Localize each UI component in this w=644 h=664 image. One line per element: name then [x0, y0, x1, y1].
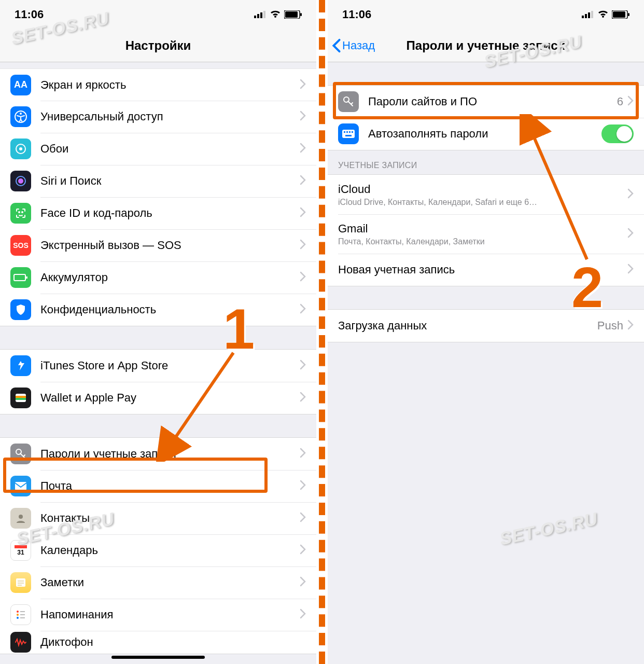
key-icon	[10, 444, 31, 464]
svg-rect-5	[285, 11, 298, 18]
chevron-right-icon	[300, 110, 306, 123]
row-emergency-sos[interactable]: SOS Экстренный вызов — SOS	[0, 229, 316, 261]
svg-point-29	[17, 611, 19, 613]
row-label: Обои	[40, 142, 300, 156]
annotation-number-1: 1	[223, 296, 255, 362]
chevron-right-icon	[300, 79, 306, 91]
svg-text:31: 31	[17, 549, 24, 556]
row-passwords-accounts[interactable]: Пароли и учетные записи	[0, 438, 316, 470]
svg-rect-49	[345, 135, 352, 136]
screen-settings: 11:06 Настройки AA Экран и яркость Униве…	[0, 0, 316, 664]
row-contacts[interactable]: Контакты	[0, 502, 316, 534]
row-label: Экран и яркость	[40, 78, 300, 92]
row-calendar[interactable]: 31 Календарь	[0, 534, 316, 566]
row-label: Пароли сайтов и ПО	[368, 95, 617, 108]
battery-icon	[284, 10, 302, 19]
svg-rect-6	[300, 13, 302, 16]
row-label: Экстренный вызов — SOS	[40, 239, 300, 252]
chevron-right-icon	[300, 303, 306, 316]
row-battery[interactable]: Аккумулятор	[0, 261, 316, 294]
row-mail[interactable]: Почта	[0, 470, 316, 502]
nav-header: Назад Пароли и учетные записи	[328, 29, 644, 62]
battery-icon	[612, 10, 629, 19]
reminders-icon	[10, 604, 31, 625]
svg-rect-0	[254, 16, 256, 18]
account-title: Gmail	[338, 222, 627, 236]
keyboard-icon	[338, 123, 359, 144]
battery-row-icon	[10, 267, 31, 288]
passwords-count: 6	[617, 95, 623, 108]
status-icons	[582, 10, 629, 19]
chevron-right-icon	[300, 512, 306, 524]
chevron-right-icon	[300, 175, 306, 187]
row-siri[interactable]: Siri и Поиск	[0, 165, 316, 197]
row-wallpaper[interactable]: Обои	[0, 133, 316, 165]
row-voice-memos[interactable]: Диктофон	[0, 631, 316, 654]
svg-rect-3	[263, 11, 265, 18]
status-bar: 11:06	[328, 0, 644, 29]
row-autofill-passwords[interactable]: Автозаполнять пароли	[328, 118, 644, 150]
svg-rect-39	[591, 11, 593, 18]
row-label: Диктофон	[40, 635, 306, 649]
cellular-icon	[254, 11, 267, 18]
row-label: Face ID и код-пароль	[40, 206, 300, 220]
svg-rect-42	[628, 13, 629, 16]
row-notes[interactable]: Заметки	[0, 566, 316, 599]
chevron-right-icon	[300, 239, 306, 252]
row-account-gmail[interactable]: Gmail Почта, Контакты, Календари, Заметк…	[328, 214, 644, 254]
svg-rect-16	[26, 276, 27, 279]
back-label: Назад	[342, 39, 375, 52]
row-faceid[interactable]: Face ID и код-пароль	[0, 197, 316, 229]
svg-rect-25	[16, 578, 25, 587]
row-display[interactable]: AA Экран и яркость	[0, 68, 316, 101]
row-account-icloud[interactable]: iCloud iCloud Drive, Контакты, Календари…	[328, 175, 644, 214]
account-subtitle: iCloud Drive, Контакты, Календари, Safar…	[338, 198, 627, 207]
wifi-icon	[270, 10, 281, 19]
calendar-icon: 31	[10, 540, 31, 561]
appstore-icon	[10, 355, 31, 376]
row-privacy[interactable]: Конфиденциальность	[0, 294, 316, 326]
chevron-right-icon	[300, 143, 306, 155]
contacts-icon	[10, 508, 31, 529]
svg-point-31	[17, 617, 19, 619]
wifi-icon	[597, 10, 609, 19]
svg-point-10	[19, 147, 22, 150]
back-button[interactable]: Назад	[332, 38, 375, 53]
siri-icon	[10, 171, 31, 191]
svg-rect-37	[585, 14, 587, 18]
chevron-right-icon	[300, 359, 306, 372]
chevron-right-icon	[627, 264, 634, 276]
chevron-right-icon	[300, 608, 306, 621]
svg-point-22	[19, 515, 23, 519]
autofill-toggle[interactable]	[601, 125, 634, 143]
annotation-number-2: 2	[571, 254, 603, 320]
privacy-icon	[10, 299, 31, 320]
svg-rect-45	[344, 131, 345, 133]
screens-divider	[316, 0, 328, 664]
account-title: iCloud	[338, 183, 627, 196]
svg-rect-19	[16, 398, 26, 400]
svg-rect-1	[257, 14, 259, 18]
voicememo-icon	[10, 632, 31, 653]
row-website-app-passwords[interactable]: Пароли сайтов и ПО 6	[328, 86, 644, 118]
mail-icon	[10, 476, 31, 496]
status-time: 11:06	[15, 8, 44, 21]
row-wallet[interactable]: Wallet и Apple Pay	[0, 382, 316, 414]
home-indicator[interactable]	[111, 656, 205, 659]
chevron-right-icon	[300, 448, 306, 460]
settings-group-1: AA Экран и яркость Универсальный доступ …	[0, 68, 316, 326]
row-itunes-appstore[interactable]: iTunes Store и App Store	[0, 350, 316, 382]
page-title: Пароли и учетные записи	[407, 38, 566, 53]
row-label: Загрузка данных	[338, 319, 597, 333]
row-label: Wallet и Apple Pay	[40, 391, 300, 405]
row-label: Siri и Поиск	[40, 174, 300, 188]
wallpaper-icon	[10, 139, 31, 159]
chevron-right-icon	[627, 320, 634, 332]
row-label: Почта	[40, 479, 300, 493]
row-label: Автозаполнять пароли	[368, 127, 601, 141]
passwords-group: Пароли сайтов и ПО 6 Автозаполнять парол…	[328, 85, 644, 150]
chevron-right-icon	[627, 188, 634, 201]
row-reminders[interactable]: Напоминания	[0, 599, 316, 631]
svg-rect-23	[15, 545, 27, 548]
row-accessibility[interactable]: Универсальный доступ	[0, 101, 316, 133]
